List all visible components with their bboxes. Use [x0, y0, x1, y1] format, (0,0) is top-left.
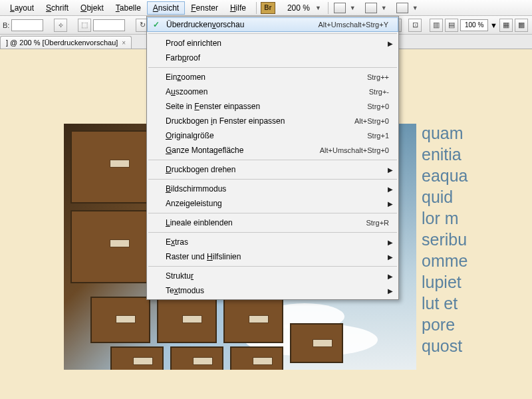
menu-item-label: Extras	[166, 237, 389, 247]
text-line: pore	[422, 314, 532, 335]
dropdown-arrow-icon[interactable]: ▼	[347, 5, 358, 11]
menu-item-shortcut: Strg++	[367, 73, 389, 81]
menu-hilfe[interactable]: Hilfe	[224, 1, 252, 15]
menu-item[interactable]: Struktur▶	[147, 269, 398, 283]
link-dims-icon[interactable]: ⟡	[54, 19, 67, 32]
menu-item[interactable]: Druckbogen in Fenster einpassenAlt+Strg+…	[147, 114, 398, 128]
menubar-separator	[256, 2, 257, 14]
menu-schrift[interactable]: Schrift	[40, 1, 74, 15]
menu-item[interactable]: EinzoomenStrg++	[147, 70, 398, 84]
menu-item-label: Textmodus	[166, 286, 389, 295]
text-line: quost	[422, 335, 532, 356]
text-line: quam	[422, 122, 532, 144]
menu-item-label: Farbproof	[166, 53, 389, 63]
submenu-arrow-icon: ▶	[388, 287, 393, 295]
menu-item-label: Struktur	[166, 271, 389, 281]
crop-icon[interactable]: ⊡	[408, 19, 422, 32]
text-line: omme	[422, 250, 532, 271]
menu-item-shortcut: Alt+Umschalt+Strg+Y	[319, 21, 388, 29]
menu-item[interactable]: Druckbogen drehen▶	[147, 162, 398, 177]
toolbar-icon[interactable]: ▤	[445, 19, 458, 32]
menu-item[interactable]: Anzeigeleistung▶	[147, 196, 398, 211]
menu-item-label: Druckbogen in Fenster einpassen	[166, 116, 354, 126]
menu-item-label: Ganze Montagefläche	[166, 146, 320, 155]
menu-item-shortcut: Strg+R	[366, 219, 389, 227]
menu-tabelle[interactable]: Tabelle	[110, 1, 147, 15]
text-line: quid	[422, 186, 532, 207]
menu-item[interactable]: Lineale einblendenStrg+R	[147, 215, 398, 230]
menu-item-shortcut: Strg+1	[367, 132, 389, 140]
main-menubar: Layout Schrift Objekt Tabelle Ansicht Fe…	[0, 0, 532, 16]
toolbar-icon[interactable]: ▦	[499, 19, 513, 32]
menu-ansicht[interactable]: Ansicht	[147, 1, 185, 15]
menu-item-label: Einzoomen	[166, 72, 367, 82]
menu-fenster[interactable]: Fenster	[185, 1, 224, 15]
zoom-level[interactable]: 200 %	[285, 3, 313, 13]
menu-item[interactable]: Proof einrichten▶	[147, 36, 398, 51]
ansicht-dropdown-menu: ÜberdruckenvorschauAlt+Umschalt+Strg+YPr…	[146, 16, 399, 300]
tool-icon[interactable]: ⬚	[78, 19, 91, 32]
menu-objekt[interactable]: Objekt	[74, 1, 110, 15]
submenu-arrow-icon: ▶	[388, 166, 393, 174]
view-mode-icon-3[interactable]	[396, 3, 408, 13]
tab-close-icon[interactable]: ×	[122, 39, 126, 47]
menu-item[interactable]: Extras▶	[147, 235, 398, 249]
menu-item[interactable]: Ganze MontageflächeAlt+Umschalt+Strg+0	[147, 143, 398, 158]
bridge-button[interactable]: Br	[261, 2, 275, 14]
body-text-frame[interactable]: quam enitia eaqua quid lor m seribu omme…	[422, 122, 532, 356]
width-field[interactable]	[11, 19, 43, 31]
submenu-arrow-icon: ▶	[388, 253, 393, 261]
text-line: seribu	[422, 229, 532, 250]
toolbar-icon[interactable]: ▥	[430, 19, 443, 32]
menubar-separator	[328, 2, 329, 14]
submenu-arrow-icon: ▶	[388, 186, 393, 193]
tab-title: ] @ 200 % [Überdruckenvorschau]	[6, 39, 118, 47]
menu-item-shortcut: Alt+Strg+0	[354, 117, 389, 125]
menu-item-label: Druckbogen drehen	[166, 165, 389, 174]
dropdown-arrow-icon[interactable]: ▼	[490, 21, 497, 29]
menu-item[interactable]: Farbproof	[147, 51, 398, 65]
menu-item-label: Lineale einblenden	[166, 218, 366, 227]
view-mode-icon-2[interactable]	[365, 3, 377, 13]
menu-item-shortcut: Strg+-	[369, 88, 389, 96]
dropdown-arrow-icon[interactable]: ▼	[378, 5, 390, 11]
submenu-arrow-icon: ▶	[388, 40, 393, 47]
menu-item[interactable]: Raster und Hilfslinien▶	[147, 249, 398, 264]
menu-item[interactable]: Bildschirmmodus▶	[147, 182, 398, 196]
text-line: lor m	[422, 207, 532, 229]
menu-item-shortcut: Strg+0	[367, 102, 389, 110]
document-tab[interactable]: ] @ 200 % [Überdruckenvorschau] ×	[0, 36, 132, 49]
menu-item[interactable]: Seite in Fenster einpassenStrg+0	[147, 99, 398, 114]
view-mode-icon-1[interactable]	[334, 3, 346, 13]
field-2[interactable]	[93, 19, 125, 31]
toolbar-icon[interactable]: ▩	[515, 19, 528, 32]
submenu-arrow-icon: ▶	[388, 273, 393, 280]
text-line: enitia	[422, 144, 532, 165]
menu-item-label: Proof einrichten	[166, 39, 389, 48]
menu-item-label: Anzeigeleistung	[166, 199, 389, 208]
menu-item-shortcut: Alt+Umschalt+Strg+0	[320, 146, 389, 154]
menu-item[interactable]: AuszoomenStrg+-	[147, 84, 398, 99]
text-line: lupiet	[422, 271, 532, 293]
menu-item[interactable]: Textmodus▶	[147, 283, 398, 298]
percent-field[interactable]: 100 %	[460, 19, 488, 31]
dropdown-arrow-icon[interactable]: ▼	[410, 5, 421, 11]
menu-item-label: Bildschirmmodus	[166, 184, 389, 194]
zoom-dropdown-icon[interactable]: ▼	[313, 5, 324, 11]
menu-item[interactable]: OriginalgrößeStrg+1	[147, 128, 398, 143]
menu-item[interactable]: ÜberdruckenvorschauAlt+Umschalt+Strg+Y	[147, 17, 398, 32]
submenu-arrow-icon: ▶	[388, 200, 393, 207]
menu-item-label: Originalgröße	[166, 131, 367, 140]
text-line: eaqua	[422, 165, 532, 186]
menu-item-label: Auszoomen	[166, 87, 369, 96]
width-label: B:	[3, 21, 9, 29]
text-line: lut et	[422, 293, 532, 314]
menu-item-label: Seite in Fenster einpassen	[166, 102, 367, 111]
submenu-arrow-icon: ▶	[388, 239, 393, 246]
menu-item-label: Überdruckenvorschau	[166, 20, 319, 29]
menu-item-label: Raster und Hilfslinien	[166, 252, 389, 261]
menu-layout[interactable]: Layout	[4, 1, 40, 15]
